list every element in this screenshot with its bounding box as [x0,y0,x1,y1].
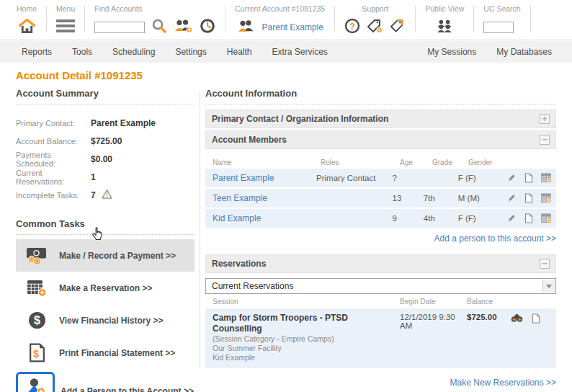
reservation-begin-date: 12/1/2019 9:30 AM [400,313,467,362]
account-information-panel: Account Information Primary Contact / Or… [205,88,556,388]
edit-pencil-icon[interactable] [506,213,517,223]
binoculars-icon[interactable] [511,313,523,323]
warning-icon[interactable] [102,189,112,201]
calendar-add-icon [20,279,53,298]
document-icon[interactable] [524,173,533,183]
member-name-link[interactable]: Parent Example [205,173,316,183]
summary-value: 1 [91,172,96,182]
panel-divider [200,91,200,368]
document-icon[interactable] [532,313,540,324]
current-account-label: Current Account #1091235 [235,4,325,14]
member-age: ? [393,174,424,182]
nav-item-extra-services[interactable]: Extra Services [262,47,337,57]
summary-label: Incomplete Tasks: [16,191,91,200]
nav-item-settings[interactable]: Settings [165,47,216,57]
calendar-add-icon[interactable] [541,193,552,203]
section-reservations[interactable]: Reservations − [205,254,556,273]
reservations-table-header: Session Begin Date Balance [205,294,556,308]
public-view-icon[interactable] [434,19,455,37]
help-icon[interactable]: ? [344,18,360,37]
tag-icon[interactable] [390,19,406,37]
public-view-label: Public View [425,4,464,14]
toolbar-group-uc-search: UC Search [474,0,529,40]
chevron-down-icon[interactable] [542,280,555,293]
section-account-members[interactable]: Account Members − [205,130,556,149]
current-account-link[interactable]: Parent Example [262,22,323,32]
menu-label: Menu [56,4,75,14]
toolbar-group-public-view[interactable]: Public View [416,0,473,40]
collapse-icon[interactable]: − [540,259,550,269]
nav-item-my-sessions[interactable]: My Sessions [417,47,486,57]
edit-pencil-icon[interactable] [506,173,517,183]
nav-right: My Sessions My Databases [417,47,572,57]
member-row: Kid Example 9 4th F (F) [205,209,556,228]
section-primary-contact[interactable]: Primary Contact / Organization Informati… [205,110,556,128]
highlight-box [16,372,55,392]
document-icon[interactable] [524,213,533,223]
common-tasks-heading: Common Tasks [16,218,195,235]
nav-item-my-databases[interactable]: My Databases [486,47,562,57]
calendar-add-icon[interactable] [541,173,552,183]
task-make-reservation[interactable]: Make a Reservation >> [16,272,195,304]
support-label: Support [362,4,388,14]
task-add-person[interactable]: Add a Person to this Account >> [16,369,195,392]
nav-item-tools[interactable]: Tools [62,47,102,57]
section-title: Account Members [212,135,287,145]
account-people-icon [237,19,256,36]
uc-search-input[interactable] [483,22,514,33]
col-gender: Gender [468,159,519,166]
member-name-link[interactable]: Teen Example [205,193,316,203]
tag-add-icon[interactable] [367,19,383,37]
account-summary-panel: Account Summary Primary Contact: Parent … [16,88,195,392]
search-icon[interactable] [151,18,167,37]
find-accounts-input[interactable] [94,22,145,33]
toolbar-group-current-account: Current Account #1091235 Parent Example [225,0,334,40]
reservations-filter-select[interactable]: Current Reservations [205,278,556,294]
account-summary-heading: Account Summary [16,88,195,104]
col-begin-date: Begin Date [400,298,467,306]
toolbar-group-menu[interactable]: Menu [47,0,84,40]
toolbar-group-support: Support ? [335,0,415,40]
task-label: Make / Record a Payment >> [59,251,176,261]
add-person-link[interactable]: Add a person to this account >> [205,233,556,244]
nav-left: Reports Tools Scheduling Settings Health… [0,47,338,57]
menu-icon[interactable] [56,19,75,36]
task-make-record-payment[interactable]: Make / Record a Payment >> [16,239,195,272]
edit-pencil-icon[interactable] [506,193,517,203]
task-print-financial-statement[interactable]: $ Print Financial Statement >> [16,337,195,369]
summary-row-incomplete-tasks: Incomplete Tasks: 7 [16,186,195,204]
member-name-link[interactable]: Kid Example [205,213,316,223]
col-name: Name [205,159,321,166]
summary-value: $0.00 [91,154,112,164]
toolbar-divider [530,6,531,32]
nav-item-reports[interactable]: Reports [12,47,62,57]
session-attendee: Kid Example [213,353,400,362]
toolbar-group-home[interactable]: Home [7,0,46,40]
task-label: Add a Person to this Account >> [61,386,194,392]
nav-item-scheduling[interactable]: Scheduling [102,47,165,57]
summary-row-payments-scheduled: Payments Scheduled: $0.00 [16,150,195,168]
home-icon[interactable] [18,18,36,37]
task-view-financial-history[interactable]: $ View Financial History >> [16,304,195,337]
member-age: 9 [393,214,424,223]
summary-label: Account Balance: [16,137,91,146]
history-icon[interactable] [200,18,215,37]
col-grade: Grade [432,159,468,166]
collapse-icon[interactable]: − [540,135,550,145]
find-person-icon[interactable] [174,19,193,37]
document-icon[interactable] [524,193,533,203]
member-grade: 4th [424,214,458,223]
session-category: (Session Category - Empire Camps) [213,334,400,344]
nav-item-health[interactable]: Health [217,47,262,57]
make-new-reservations-link[interactable]: Make New Reservations >> [205,378,556,388]
summary-label: Primary Contact: [16,119,91,128]
session-facility: Our Summer Facility [213,344,400,353]
reservation-row: Camp for Storm Troopers - PTSD Counselli… [205,308,556,368]
col-roles: Roles [321,159,400,166]
expand-icon[interactable]: + [540,114,550,124]
selected-option: Current Reservations [212,281,293,291]
calendar-add-icon[interactable] [541,213,552,223]
section-title: Reservations [212,259,266,269]
member-gender: F (F) [458,214,506,223]
member-grade: 7th [424,194,458,202]
